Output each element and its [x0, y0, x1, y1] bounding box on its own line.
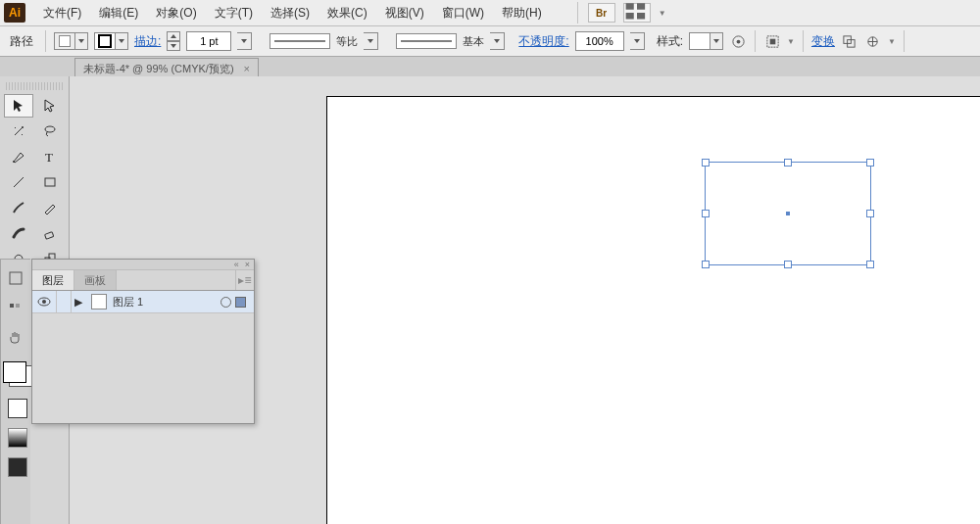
header-right: Br ▼ — [575, 2, 666, 24]
menu-effect[interactable]: 效果(C) — [321, 2, 373, 24]
selection-kind-label: 路径 — [6, 33, 37, 50]
fill-stroke-indicator[interactable] — [3, 361, 32, 387]
fill-swatch[interactable] — [54, 32, 88, 50]
layer-twirl-icon[interactable]: ▶ — [72, 296, 85, 309]
draw-mode-row — [4, 399, 27, 418]
brush-definition[interactable] — [396, 33, 457, 49]
document-tab-title: 未标题-4* @ 99% (CMYK/预览) — [83, 62, 234, 76]
bridge-button[interactable]: Br — [588, 3, 615, 23]
artboard[interactable] — [326, 96, 980, 524]
align-icon[interactable] — [763, 32, 781, 50]
transform-link[interactable]: 变换 — [811, 33, 835, 50]
svg-point-46 — [42, 300, 46, 304]
menu-window[interactable]: 窗口(W) — [436, 2, 490, 24]
color-panel-icon[interactable] — [5, 267, 26, 289]
svg-point-13 — [13, 161, 15, 163]
svg-text:T: T — [45, 150, 53, 165]
opacity-dropdown[interactable] — [630, 32, 645, 50]
arrange-docs-button[interactable] — [623, 3, 651, 23]
selection-color-indicator — [235, 297, 246, 308]
svg-rect-16 — [45, 178, 55, 186]
graphic-style-label: 样式: — [657, 33, 683, 50]
isolate-icon[interactable] — [864, 32, 882, 50]
svg-rect-43 — [10, 304, 14, 308]
variable-width-profile[interactable] — [270, 33, 330, 49]
screen-mode-icon[interactable] — [8, 457, 27, 477]
menu-items: 文件(F) 编辑(E) 对象(O) 文字(T) 选择(S) 效果(C) 视图(V… — [37, 2, 548, 24]
stroke-weight-dropdown[interactable] — [237, 32, 252, 50]
svg-rect-7 — [769, 38, 775, 44]
document-tab[interactable]: 未标题-4* @ 99% (CMYK/预览) × — [74, 58, 259, 78]
panel-collapse-icon[interactable]: « — [234, 260, 239, 269]
menu-edit[interactable]: 编辑(E) — [93, 2, 144, 24]
layer-row[interactable]: ▶ 图层 1 — [32, 291, 254, 313]
svg-rect-2 — [625, 13, 633, 20]
opacity-input[interactable] — [575, 31, 624, 51]
svg-rect-1 — [637, 3, 645, 10]
svg-point-11 — [22, 126, 24, 128]
recolor-artwork-icon[interactable] — [729, 32, 747, 50]
pencil-tool[interactable] — [35, 196, 65, 219]
layers-panel: «× 图层 画板 ▸≡ ▶ 图层 1 — [31, 259, 255, 424]
menu-file[interactable]: 文件(F) — [37, 2, 87, 24]
color-mode-gradient[interactable] — [8, 428, 27, 448]
selection-tool[interactable] — [4, 94, 33, 118]
svg-point-12 — [45, 126, 55, 132]
vw-profile-label: 等比 — [336, 34, 358, 49]
control-bar: 路径 描边: 等比 基本 不透明度: 样式: ▼ 变换 ▼ — [0, 26, 980, 57]
color-mode-row — [4, 428, 27, 448]
vw-profile-dropdown[interactable] — [364, 32, 378, 50]
svg-rect-17 — [45, 232, 54, 239]
shape-mode-icon[interactable] — [841, 32, 858, 50]
stroke-stepper[interactable] — [167, 31, 180, 51]
stroke-weight-input[interactable] — [186, 31, 231, 51]
menu-bar: Ai 文件(F) 编辑(E) 对象(O) 文字(T) 选择(S) 效果(C) 视… — [0, 0, 980, 26]
graphic-style-swatch[interactable] — [689, 32, 723, 50]
menu-help[interactable]: 帮助(H) — [496, 2, 548, 24]
svg-rect-0 — [625, 3, 633, 10]
svg-line-15 — [14, 177, 24, 187]
svg-rect-44 — [16, 304, 20, 308]
app-logo: Ai — [4, 3, 25, 23]
panel-close-icon[interactable]: × — [245, 260, 250, 269]
selection-rectangle[interactable] — [705, 162, 871, 265]
menu-view[interactable]: 视图(V) — [379, 2, 430, 24]
layer-thumbnail — [91, 294, 107, 310]
rectangle-tool[interactable] — [35, 170, 65, 194]
menu-object[interactable]: 对象(O) — [150, 2, 202, 24]
document-tab-close[interactable]: × — [244, 63, 250, 74]
swatches-icon[interactable] — [5, 297, 26, 318]
pen-tool[interactable] — [4, 145, 33, 168]
brush-label: 基本 — [463, 34, 484, 49]
menu-select[interactable]: 选择(S) — [265, 2, 316, 24]
hand-tool-icon[interactable] — [5, 326, 26, 348]
color-mode-solid[interactable] — [8, 399, 27, 418]
magic-wand-tool[interactable] — [4, 119, 33, 143]
tab-layers[interactable]: 图层 — [32, 270, 74, 290]
line-tool[interactable] — [4, 170, 33, 194]
target-icon[interactable] — [220, 297, 231, 308]
stroke-swatch[interactable] — [94, 32, 128, 50]
visibility-toggle-icon[interactable] — [32, 291, 57, 312]
svg-point-5 — [736, 39, 740, 43]
direct-selection-tool[interactable] — [35, 94, 65, 118]
tools-grip[interactable] — [6, 82, 63, 90]
type-tool[interactable]: T — [35, 145, 65, 168]
panel-menu-icon[interactable]: ▸≡ — [235, 270, 254, 290]
svg-rect-42 — [10, 272, 22, 284]
collapsed-panel-strip — [0, 259, 30, 524]
layer-name[interactable]: 图层 1 — [113, 295, 143, 310]
opacity-link[interactable]: 不透明度: — [518, 33, 568, 50]
menu-type[interactable]: 文字(T) — [209, 2, 259, 24]
lasso-tool[interactable] — [35, 119, 65, 143]
paintbrush-tool[interactable] — [4, 196, 33, 219]
panel-titlebar[interactable]: «× — [32, 260, 254, 270]
blob-brush-tool[interactable] — [4, 221, 33, 245]
tab-artboards[interactable]: 画板 — [74, 270, 117, 290]
svg-rect-3 — [637, 13, 645, 20]
layers-empty-area — [32, 313, 254, 423]
brush-dropdown[interactable] — [490, 32, 505, 50]
eraser-tool[interactable] — [35, 221, 65, 245]
stroke-panel-link[interactable]: 描边: — [134, 33, 161, 50]
